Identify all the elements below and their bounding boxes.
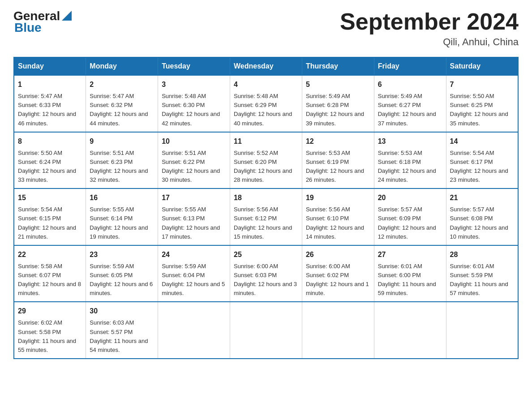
calendar-cell: 1Sunrise: 5:47 AMSunset: 6:33 PMDaylight… (14, 75, 86, 132)
day-number: 28 (450, 249, 514, 260)
day-info: Sunrise: 5:49 AMSunset: 6:27 PMDaylight:… (378, 92, 442, 128)
calendar-cell: 28Sunrise: 6:01 AMSunset: 5:59 PMDayligh… (446, 245, 518, 302)
day-info: Sunrise: 6:01 AMSunset: 5:59 PMDaylight:… (450, 262, 514, 298)
day-info: Sunrise: 5:47 AMSunset: 6:33 PMDaylight:… (18, 92, 82, 128)
calendar-cell: 15Sunrise: 5:54 AMSunset: 6:15 PMDayligh… (14, 188, 86, 245)
day-info: Sunrise: 5:58 AMSunset: 6:07 PMDaylight:… (18, 262, 82, 298)
logo-text-blue: Blue (14, 21, 42, 35)
day-info: Sunrise: 5:55 AMSunset: 6:13 PMDaylight:… (162, 205, 226, 241)
calendar-week-1: 1Sunrise: 5:47 AMSunset: 6:33 PMDaylight… (14, 75, 518, 132)
calendar-cell: 12Sunrise: 5:53 AMSunset: 6:19 PMDayligh… (302, 132, 374, 189)
calendar-header: SundayMondayTuesdayWednesdayThursdayFrid… (14, 57, 518, 75)
day-info: Sunrise: 5:56 AMSunset: 6:12 PMDaylight:… (234, 205, 298, 241)
day-number: 26 (306, 249, 370, 260)
day-info: Sunrise: 5:59 AMSunset: 6:05 PMDaylight:… (90, 262, 154, 298)
day-number: 21 (450, 193, 514, 203)
calendar-cell: 21Sunrise: 5:57 AMSunset: 6:08 PMDayligh… (446, 188, 518, 245)
day-number: 6 (378, 79, 442, 90)
calendar-week-3: 15Sunrise: 5:54 AMSunset: 6:15 PMDayligh… (14, 188, 518, 245)
calendar-cell (446, 302, 518, 359)
day-info: Sunrise: 5:50 AMSunset: 6:25 PMDaylight:… (450, 92, 514, 128)
day-number: 12 (306, 136, 370, 147)
day-number: 1 (18, 79, 82, 90)
day-info: Sunrise: 5:54 AMSunset: 6:17 PMDaylight:… (450, 149, 514, 185)
day-info: Sunrise: 5:56 AMSunset: 6:10 PMDaylight:… (306, 205, 370, 241)
day-info: Sunrise: 5:51 AMSunset: 6:23 PMDaylight:… (90, 149, 154, 185)
day-number: 11 (234, 136, 298, 147)
day-number: 18 (234, 193, 298, 203)
day-number: 5 (306, 79, 370, 90)
calendar-cell: 10Sunrise: 5:51 AMSunset: 6:22 PMDayligh… (158, 132, 230, 189)
day-number: 10 (162, 136, 226, 147)
day-number: 16 (90, 193, 154, 203)
calendar-cell: 19Sunrise: 5:56 AMSunset: 6:10 PMDayligh… (302, 188, 374, 245)
day-number: 13 (378, 136, 442, 147)
calendar-cell: 14Sunrise: 5:54 AMSunset: 6:17 PMDayligh… (446, 132, 518, 189)
page-header: General Blue September 2024 Qili, Anhui,… (13, 9, 519, 48)
calendar-cell: 6Sunrise: 5:49 AMSunset: 6:27 PMDaylight… (374, 75, 446, 132)
calendar-table: SundayMondayTuesdayWednesdayThursdayFrid… (13, 57, 519, 359)
calendar-body: 1Sunrise: 5:47 AMSunset: 6:33 PMDaylight… (14, 75, 518, 359)
header-row: SundayMondayTuesdayWednesdayThursdayFrid… (14, 57, 518, 75)
calendar-cell (158, 302, 230, 359)
svg-marker-0 (62, 11, 72, 21)
day-info: Sunrise: 5:53 AMSunset: 6:19 PMDaylight:… (306, 149, 370, 185)
calendar-cell: 27Sunrise: 6:01 AMSunset: 6:00 PMDayligh… (374, 245, 446, 302)
day-number: 27 (378, 249, 442, 260)
header-day-monday: Monday (86, 57, 158, 75)
calendar-cell (302, 302, 374, 359)
header-day-friday: Friday (374, 57, 446, 75)
day-number: 25 (234, 249, 298, 260)
day-number: 17 (162, 193, 226, 203)
calendar-cell (230, 302, 302, 359)
day-info: Sunrise: 5:59 AMSunset: 6:04 PMDaylight:… (162, 262, 226, 298)
day-info: Sunrise: 5:49 AMSunset: 6:28 PMDaylight:… (306, 92, 370, 128)
day-number: 9 (90, 136, 154, 147)
calendar-cell: 9Sunrise: 5:51 AMSunset: 6:23 PMDaylight… (86, 132, 158, 189)
day-number: 30 (90, 306, 154, 317)
calendar-cell: 17Sunrise: 5:55 AMSunset: 6:13 PMDayligh… (158, 188, 230, 245)
calendar-cell: 4Sunrise: 5:48 AMSunset: 6:29 PMDaylight… (230, 75, 302, 132)
calendar-cell: 20Sunrise: 5:57 AMSunset: 6:09 PMDayligh… (374, 188, 446, 245)
day-number: 23 (90, 249, 154, 260)
day-info: Sunrise: 5:55 AMSunset: 6:14 PMDaylight:… (90, 205, 154, 241)
day-info: Sunrise: 6:00 AMSunset: 6:02 PMDaylight:… (306, 262, 370, 298)
day-number: 2 (90, 79, 154, 90)
day-number: 22 (18, 249, 82, 260)
day-number: 14 (450, 136, 514, 147)
calendar-cell: 5Sunrise: 5:49 AMSunset: 6:28 PMDaylight… (302, 75, 374, 132)
calendar-cell: 29Sunrise: 6:02 AMSunset: 5:58 PMDayligh… (14, 302, 86, 359)
day-info: Sunrise: 5:47 AMSunset: 6:32 PMDaylight:… (90, 92, 154, 128)
day-number: 29 (18, 306, 82, 317)
day-number: 3 (162, 79, 226, 90)
calendar-week-5: 29Sunrise: 6:02 AMSunset: 5:58 PMDayligh… (14, 302, 518, 359)
day-info: Sunrise: 5:54 AMSunset: 6:15 PMDaylight:… (18, 205, 82, 241)
calendar-cell: 7Sunrise: 5:50 AMSunset: 6:25 PMDaylight… (446, 75, 518, 132)
day-info: Sunrise: 5:48 AMSunset: 6:30 PMDaylight:… (162, 92, 226, 128)
calendar-cell: 25Sunrise: 6:00 AMSunset: 6:03 PMDayligh… (230, 245, 302, 302)
day-info: Sunrise: 5:50 AMSunset: 6:24 PMDaylight:… (18, 149, 82, 185)
day-info: Sunrise: 5:52 AMSunset: 6:20 PMDaylight:… (234, 149, 298, 185)
calendar-cell: 2Sunrise: 5:47 AMSunset: 6:32 PMDaylight… (86, 75, 158, 132)
day-number: 19 (306, 193, 370, 203)
calendar-subtitle: Qili, Anhui, China (340, 36, 519, 48)
day-info: Sunrise: 6:02 AMSunset: 5:58 PMDaylight:… (18, 318, 82, 355)
header-day-saturday: Saturday (446, 57, 518, 75)
calendar-title: September 2024 (340, 9, 519, 34)
day-number: 4 (234, 79, 298, 90)
title-section: September 2024 Qili, Anhui, China (340, 9, 519, 48)
day-info: Sunrise: 5:48 AMSunset: 6:29 PMDaylight:… (234, 92, 298, 128)
calendar-cell: 22Sunrise: 5:58 AMSunset: 6:07 PMDayligh… (14, 245, 86, 302)
header-day-wednesday: Wednesday (230, 57, 302, 75)
day-number: 24 (162, 249, 226, 260)
day-info: Sunrise: 6:03 AMSunset: 5:57 PMDaylight:… (90, 318, 154, 355)
calendar-week-2: 8Sunrise: 5:50 AMSunset: 6:24 PMDaylight… (14, 132, 518, 189)
calendar-cell: 23Sunrise: 5:59 AMSunset: 6:05 PMDayligh… (86, 245, 158, 302)
day-number: 8 (18, 136, 82, 147)
day-info: Sunrise: 6:00 AMSunset: 6:03 PMDaylight:… (234, 262, 298, 298)
calendar-cell (374, 302, 446, 359)
day-number: 20 (378, 193, 442, 203)
day-number: 15 (18, 193, 82, 203)
day-info: Sunrise: 5:51 AMSunset: 6:22 PMDaylight:… (162, 149, 226, 185)
calendar-cell: 3Sunrise: 5:48 AMSunset: 6:30 PMDaylight… (158, 75, 230, 132)
